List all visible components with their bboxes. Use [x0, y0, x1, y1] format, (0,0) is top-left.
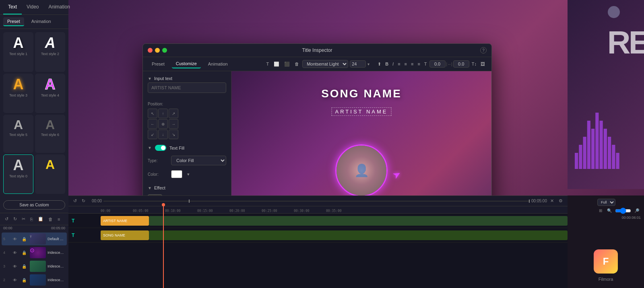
style-letter-4: A: [45, 77, 56, 92]
track-name-2: Iridescent Digital Wave...: [47, 278, 65, 282]
track-item-iridescent1[interactable]: 4 👁 🔒 ⊙ Iridescent Circle 1: [2, 246, 67, 259]
inspector-tab-animation[interactable]: Animation: [204, 60, 232, 68]
preset-tab-animation[interactable]: Animation: [27, 17, 55, 26]
text-style-4[interactable]: A Text style 4: [35, 74, 65, 113]
position-section: Position: ↖ ↑ ↗ ← ⊕ → ↙ ↓ ↘: [143, 99, 231, 139]
text-style-0[interactable]: A Text style 0: [3, 154, 33, 194]
pos-middle-center[interactable]: ⊕: [158, 119, 168, 129]
tab-video[interactable]: Video: [22, 0, 43, 14]
maximize-button[interactable]: [162, 48, 167, 53]
inspector-tab-preset[interactable]: Preset: [148, 60, 169, 68]
font-size-input[interactable]: [350, 60, 366, 68]
pos-top-center[interactable]: ↑: [158, 109, 168, 118]
style-letter-0: A: [13, 158, 24, 173]
style-letter-7: A: [45, 158, 55, 171]
pos-bottom-left[interactable]: ↙: [148, 130, 157, 139]
input-text-section: ▼ Input text: [143, 74, 231, 96]
lock-icon-2[interactable]: 🔒: [20, 277, 28, 283]
color-chevron[interactable]: ▾: [186, 171, 191, 178]
type-selector[interactable]: Color Fill: [171, 156, 226, 165]
more-icon[interactable]: ≡: [56, 216, 62, 222]
align-left[interactable]: ≡: [396, 61, 402, 67]
image-icon[interactable]: 🖼: [479, 61, 487, 67]
preset-tab-preset[interactable]: Preset: [3, 17, 24, 26]
timeline-redo[interactable]: ↻: [80, 197, 87, 204]
filmora-logo-letter: F: [603, 256, 609, 267]
settings-track-icon[interactable]: ⚙: [557, 197, 564, 204]
inspector-tab-customize[interactable]: Customize: [172, 60, 201, 68]
text-style-1[interactable]: A Text style 1: [3, 32, 33, 72]
input-text-header[interactable]: ▼ Input text: [143, 74, 231, 82]
redo-icon[interactable]: ↻: [12, 216, 19, 222]
zoom-out-btn[interactable]: 🔍: [605, 208, 613, 214]
format-icon-3[interactable]: ⬛: [283, 61, 291, 68]
text-format-icon[interactable]: T↕: [470, 61, 478, 67]
effect-header[interactable]: ▼ Effect: [143, 184, 231, 192]
eye-icon-2[interactable]: 👁: [11, 277, 19, 283]
eye-icon-5[interactable]: 👁: [11, 236, 19, 242]
text-styles-grid: A Text style 1 A Text style 2 A Text sty…: [0, 29, 68, 197]
zoom-selector[interactable]: Full: [597, 199, 615, 206]
track-item-default[interactable]: 5 👁 🔒 T Default Title: [2, 232, 67, 245]
font-selector[interactable]: Montserrat Light: [302, 60, 348, 68]
text-style-6[interactable]: A Text style 6: [35, 115, 65, 153]
minimize-button[interactable]: [155, 48, 160, 53]
eye-icon-4[interactable]: 👁: [11, 250, 19, 256]
zoom-slider[interactable]: [615, 208, 631, 214]
song-clip[interactable]: SONG NAME: [101, 230, 149, 240]
text-fill-label: Text Fill: [169, 146, 184, 150]
spacing-input-2[interactable]: [453, 60, 469, 68]
help-button[interactable]: ?: [480, 47, 487, 53]
spacing-input-1[interactable]: [429, 60, 446, 68]
close-track-icon[interactable]: ✕: [549, 197, 555, 204]
timeline-undo[interactable]: ↺: [72, 197, 78, 204]
italic-button[interactable]: I: [391, 61, 395, 67]
align-center[interactable]: ≡: [403, 61, 409, 67]
align-right[interactable]: ≡: [409, 61, 415, 67]
lock-icon-5[interactable]: 🔒: [20, 236, 28, 242]
text-style-2[interactable]: A Text style 2: [35, 32, 65, 72]
text-style-7[interactable]: A: [35, 154, 65, 194]
delete-icon[interactable]: 🗑: [47, 216, 54, 222]
color-swatch[interactable]: [171, 170, 182, 178]
track-item-wave[interactable]: 2 👁 🔒 Iridescent Digital Wave...: [2, 274, 67, 286]
preset-tabs: Preset Animation: [0, 15, 68, 29]
artist-clip[interactable]: ARTIST NAME: [101, 216, 149, 226]
format-icon-1[interactable]: T: [264, 61, 270, 67]
align-justify[interactable]: ≡: [416, 61, 421, 67]
track-item-satin[interactable]: 3 👁 🔒 Iridescent Satin...: [2, 260, 67, 273]
cut-icon[interactable]: ✂: [20, 216, 27, 222]
svg-rect-43: [600, 121, 603, 169]
svg-rect-46: [612, 145, 615, 169]
text-fill-section: ▼ Text Fill Type: Color Fill Color: ▾: [143, 142, 231, 181]
copy-icon[interactable]: ⎘: [29, 216, 35, 222]
artist-name-input[interactable]: [148, 82, 226, 93]
save-as-custom-button[interactable]: Save as Custom: [3, 200, 65, 210]
pos-middle-right[interactable]: →: [169, 119, 178, 129]
eye-icon-3[interactable]: 👁: [11, 263, 19, 269]
text-style-5[interactable]: A Text style 5: [3, 115, 33, 153]
pos-bottom-right[interactable]: ↘: [169, 130, 178, 139]
pos-top-right[interactable]: ↗: [169, 109, 178, 118]
format-icon-2[interactable]: ⬜: [272, 61, 281, 68]
lock-icon-3[interactable]: 🔒: [20, 263, 28, 269]
delete-text-icon[interactable]: 🗑: [293, 61, 301, 67]
zoom-in-btn[interactable]: 🔎: [633, 208, 641, 214]
tab-animation[interactable]: Animation: [44, 0, 75, 14]
undo-icon[interactable]: ↺: [3, 216, 10, 222]
fit-icon[interactable]: ⊞: [597, 208, 604, 214]
artist-name-preview[interactable]: ARTIST NAME: [332, 107, 392, 116]
lock-icon-4[interactable]: 🔒: [20, 250, 28, 256]
bold-button[interactable]: B: [384, 61, 390, 67]
tab-text[interactable]: Text: [3, 0, 22, 14]
left-panel: Text Video Animation Preset Animation A …: [0, 0, 68, 288]
pos-top-left[interactable]: ↖: [148, 109, 157, 118]
close-button[interactable]: [148, 48, 153, 53]
pos-bottom-center[interactable]: ↓: [158, 130, 168, 139]
text-style-3[interactable]: A Text style 3: [3, 74, 33, 113]
text-top[interactable]: T: [423, 61, 429, 67]
text-fill-toggle-switch[interactable]: [155, 145, 166, 151]
pos-middle-left[interactable]: ←: [148, 119, 157, 129]
paste-icon[interactable]: 📋: [36, 216, 45, 222]
align-icon[interactable]: ⬆: [376, 61, 383, 68]
